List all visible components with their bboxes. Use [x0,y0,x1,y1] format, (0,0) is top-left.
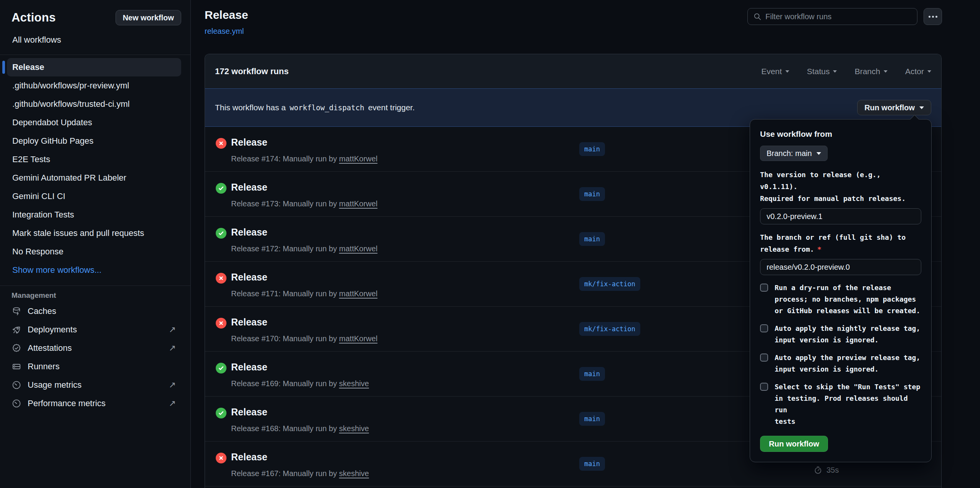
management-item[interactable]: Usage metrics ↗ [0,376,190,394]
sidebar-workflow-item[interactable]: Release [7,58,181,76]
checkbox[interactable] [760,354,768,362]
event-trigger-code: workflow_dispatch [289,103,364,112]
run-workflow-popover: Use workflow from Branch: main The versi… [750,119,932,462]
run-title-link[interactable]: Release [231,182,268,193]
workflow-input-checkbox-group: Auto apply the nightly release tag, inpu… [760,323,921,346]
run-status-icon [216,228,226,239]
branch-badge[interactable]: main [579,232,605,246]
management-item[interactable]: Runners [0,357,190,376]
sidebar-workflow-label: Release [12,62,44,72]
management-item-icon [12,306,21,316]
management-item-icon [12,343,21,353]
run-workflow-dropdown-button[interactable]: Run workflow [857,100,931,115]
management-item-icon [12,325,21,335]
sidebar-title: Actions [12,11,56,25]
sidebar-workflow-item[interactable]: Integration Tests [7,206,181,224]
run-description: Release #169: Manually run by skeshive [231,379,369,388]
run-workflow-submit-button[interactable]: Run workflow [760,436,828,452]
run-title-link[interactable]: Release [231,451,268,462]
sidebar-workflow-item[interactable]: .github/workflows/pr-review.yml [7,76,181,95]
filter-runs-input[interactable] [765,12,912,21]
sidebar-workflow-item[interactable]: Dependabot Updates [7,113,181,132]
branch-badge[interactable]: main [579,457,605,471]
ref-input[interactable] [760,259,921,275]
run-title-link[interactable]: Release [231,137,268,148]
run-actor-link[interactable]: mattKorwel [339,199,377,208]
actions-sidebar: Actions New workflow All workflows Relea… [0,0,191,488]
management-item-label: Runners [28,362,59,372]
sidebar-workflow-label: .github/workflows/pr-review.yml [12,81,129,91]
workflow-input-checkbox-group: Select to skip the "Run Tests" step in t… [760,381,921,427]
branch-badge[interactable]: mk/fix-action [579,277,640,291]
branch-badge[interactable]: main [579,187,605,201]
branch-badge[interactable]: main [579,367,605,381]
management-item[interactable]: Attestations ↗ [0,339,190,357]
show-more-workflows-link[interactable]: Show more workflows... [7,261,181,279]
branch-badge[interactable]: main [579,412,605,426]
management-item-label: Usage metrics [28,380,82,390]
workflow-file-link[interactable]: release.yml [205,27,244,36]
branch-badge[interactable]: mk/fix-action [579,322,640,336]
run-actor-link[interactable]: skeshive [339,379,369,388]
checkbox[interactable] [760,383,768,391]
stopwatch-icon [813,465,823,475]
checkbox-label: Auto apply the preview release tag, inpu… [775,352,920,375]
sidebar-workflow-label: Gemini Automated PR Labeler [12,173,126,183]
checkbox-label: Auto apply the nightly release tag, inpu… [775,323,920,346]
run-description: Release #174: Manually run by mattKorwel [231,154,377,163]
sidebar-workflow-item[interactable]: Mark stale issues and pull requests [7,224,181,242]
run-description: Release #167: Manually run by skeshive [231,469,369,478]
sidebar-workflow-item[interactable]: E2E Tests [7,150,181,169]
management-item-icon [12,362,21,372]
sidebar-workflow-label: Mark stale issues and pull requests [12,228,144,238]
run-actor-link[interactable]: mattKorwel [339,244,377,253]
management-item-label: Attestations [28,343,72,353]
management-item[interactable]: Performance metrics ↗ [0,394,190,413]
popover-title: Use workflow from [760,129,921,139]
sidebar-item-all-workflows[interactable]: All workflows [7,32,181,48]
management-item[interactable]: Deployments ↗ [0,320,190,339]
sidebar-divider [0,285,190,286]
management-item-label: Performance metrics [28,398,106,408]
branch-badge[interactable]: main [579,142,605,156]
workflow-input-checkbox-group: Auto apply the preview release tag, inpu… [760,352,921,375]
run-actor-link[interactable]: mattKorwel [339,154,377,163]
checkbox[interactable] [760,284,768,292]
sidebar-workflow-item[interactable]: Deploy GitHub Pages [7,132,181,150]
actions-page: Actions New workflow All workflows Relea… [0,0,980,488]
filter-dropdown[interactable]: Status [807,67,837,76]
version-input[interactable] [760,208,921,224]
run-actor-link[interactable]: skeshive [339,469,369,478]
run-actor-link[interactable]: mattKorwel [339,289,377,298]
filter-dropdown[interactable]: Actor [905,67,931,76]
management-item-icon [12,398,21,408]
sidebar-workflow-item[interactable]: Gemini Automated PR Labeler [7,169,181,187]
sidebar-workflow-item[interactable]: .github/workflows/trusted-ci.yml [7,95,181,113]
run-actor-link[interactable]: skeshive [339,424,369,433]
run-actor-link[interactable]: mattKorwel [339,334,377,343]
run-status-icon [216,183,226,194]
sidebar-workflow-label: Gemini CLI CI [12,191,65,201]
run-title-link[interactable]: Release [231,407,268,417]
run-title-link[interactable]: Release [231,317,268,327]
filter-dropdown[interactable]: Branch [854,67,887,76]
management-item[interactable]: Caches [0,302,190,320]
sidebar-workflow-item[interactable]: Gemini CLI CI [7,187,181,206]
new-workflow-button[interactable]: New workflow [116,10,181,25]
runs-panel-header: 172 workflow runs Event Status [205,54,941,88]
run-description: Release #173: Manually run by mattKorwel [231,199,377,208]
chevron-down-icon [919,106,924,109]
run-title-link[interactable]: Release [231,272,268,282]
run-description: Release #171: Manually run by mattKorwel [231,289,377,298]
version-input-description: The version to release (e.g., v0.1.11). … [760,169,921,204]
run-title-link[interactable]: Release [231,362,268,372]
chevron-down-icon [785,70,789,73]
checkbox[interactable] [760,324,768,332]
filter-runs-searchbox [747,8,917,25]
sidebar-workflow-item[interactable]: No Response [7,242,181,261]
filter-dropdown[interactable]: Event [761,67,789,76]
main-content: Release release.yml 172 workflow runs Ev… [191,0,980,488]
page-kebab-button[interactable] [924,8,942,25]
branch-selector-button[interactable]: Branch: main [760,146,828,161]
run-title-link[interactable]: Release [231,227,268,237]
